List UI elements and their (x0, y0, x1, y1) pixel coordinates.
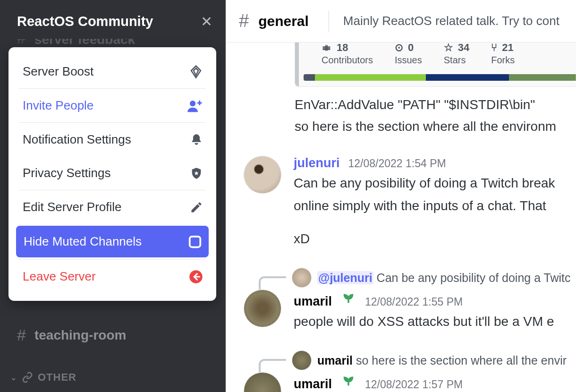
repo-embed[interactable]: ⩨18 Contributors ⊙0 Issues ☆34 Stars ⑂21… (295, 43, 576, 87)
menu-notification-settings[interactable]: Notification Settings (8, 123, 216, 156)
stat-label: Stars (444, 55, 469, 66)
stat-contributors: ⩨18 Contributors (322, 43, 373, 66)
reply-spine (259, 276, 286, 290)
message-text: xD (294, 229, 576, 249)
menu-label: Notification Settings (23, 132, 131, 147)
menu-edit-server-profile[interactable]: Edit Server Profile (8, 190, 216, 224)
menu-invite-people[interactable]: Invite People (8, 89, 216, 122)
stat-label: Issues (395, 55, 422, 66)
server-name[interactable]: ReactOS Community (17, 14, 153, 29)
divider (329, 11, 329, 32)
stat-label: Contributors (322, 55, 373, 66)
language-bar (304, 74, 576, 81)
svg-rect-1 (190, 236, 201, 247)
server-header: ReactOS Community ✕ (0, 0, 226, 43)
boost-icon (189, 65, 203, 79)
svg-point-0 (190, 101, 195, 106)
message-text: EnVar::AddValue "PATH" "$INSTDIR\bin" (295, 97, 576, 112)
message: julenuri 12/08/2022 1:54 PM Can be any p… (244, 156, 576, 249)
reply-indicator[interactable]: @julenuri Can be any posibility of doing… (259, 268, 576, 288)
message-timestamp: 12/08/2022 1:54 PM (348, 157, 446, 170)
menu-server-boost[interactable]: Server Boost (8, 55, 216, 88)
stat-forks: ⑂21 Forks (491, 43, 515, 66)
message-text: online simply with the inputs of a chat.… (294, 196, 576, 216)
reply-avatar (292, 268, 312, 288)
hash-icon: # (17, 326, 26, 344)
checkbox-icon (188, 235, 202, 249)
hash-icon: # (17, 39, 26, 47)
stat-value: 21 (502, 43, 513, 54)
menu-hide-muted-channels[interactable]: Hide Muted Channels (16, 226, 209, 257)
channel-label: server feedback (34, 39, 135, 47)
avatar[interactable] (244, 156, 281, 194)
reply-preview: umaril so here is the section where all … (317, 354, 567, 367)
people-icon: ⩨ (322, 43, 332, 54)
menu-label: Server Boost (23, 64, 93, 79)
seedling-icon (340, 290, 356, 306)
server-dropdown-menu: Server Boost Invite People Notification … (8, 47, 216, 301)
embed-accent (295, 43, 299, 86)
channel-server-feedback[interactable]: # server feedback (0, 39, 226, 47)
avatar[interactable] (244, 290, 281, 327)
section-label: OTHER (38, 371, 76, 383)
reply-spine (259, 359, 286, 372)
main: # general Mainly ReactOS related talk. T… (226, 0, 576, 392)
menu-label: Edit Server Profile (23, 200, 122, 214)
hash-icon: # (239, 11, 249, 31)
menu-label: Privacy Settings (23, 166, 110, 180)
stat-value: 0 (408, 43, 414, 54)
stat-stars: ☆34 Stars (444, 43, 469, 66)
channel-teaching-room[interactable]: # teaching-room (0, 326, 226, 344)
message-author[interactable]: umaril (294, 377, 332, 392)
repo-stats: ⩨18 Contributors ⊙0 Issues ☆34 Stars ⑂21… (295, 43, 576, 74)
bell-icon (190, 133, 203, 147)
mention[interactable]: @julenuri (317, 271, 373, 284)
message-timestamp: 12/08/2022 1:55 PM (365, 296, 463, 308)
close-icon[interactable]: ✕ (201, 13, 212, 30)
stat-label: Forks (491, 55, 515, 66)
channel-header: # general Mainly ReactOS related talk. T… (226, 0, 576, 43)
menu-label: Leave Server (23, 269, 96, 284)
star-icon: ☆ (444, 43, 453, 54)
menu-label: Invite People (23, 98, 93, 113)
stat-value: 18 (337, 43, 348, 54)
leave-arrow-icon (189, 270, 203, 284)
stat-value: 34 (458, 43, 469, 54)
message-author[interactable]: julenuri (294, 156, 340, 170)
channel-name[interactable]: general (258, 13, 309, 29)
message-text: Can be any posibility of doing a Twitch … (294, 173, 576, 193)
reply-avatar (292, 350, 312, 370)
reply-preview: @julenuri Can be any posibility of doing… (317, 271, 571, 285)
message-author[interactable]: umaril (294, 294, 332, 309)
message-list[interactable]: ⩨18 Contributors ⊙0 Issues ☆34 Stars ⑂21… (226, 43, 576, 392)
chevron-down-icon: ⌄ (10, 373, 17, 382)
menu-leave-server[interactable]: Leave Server (8, 260, 216, 293)
avatar[interactable] (244, 372, 281, 392)
sidebar: ReactOS Community ✕ # server feedback Se… (0, 0, 226, 392)
menu-label: Hide Muted Channels (24, 234, 142, 249)
issue-icon: ⊙ (395, 43, 403, 54)
message: umaril 12/08/2022 1:57 PM (244, 372, 576, 392)
section-other[interactable]: ⌄ OTHER (0, 371, 226, 383)
message-text: people will do XSS attacks but it'll be … (294, 312, 576, 332)
stat-issues: ⊙0 Issues (395, 43, 422, 66)
shield-icon (190, 166, 203, 180)
menu-privacy-settings[interactable]: Privacy Settings (8, 156, 216, 190)
message-text: so here is the section where all the env… (295, 119, 576, 134)
fork-icon: ⑂ (491, 43, 497, 54)
reply-indicator[interactable]: umaril so here is the section where all … (259, 350, 576, 370)
message: umaril 12/08/2022 1:55 PM people will do… (244, 290, 576, 332)
channel-label: teaching-room (34, 328, 126, 343)
link-icon (22, 372, 33, 383)
channel-topic[interactable]: Mainly ReactOS related talk. Try to cont (343, 14, 559, 28)
invite-person-icon (187, 99, 203, 113)
message-timestamp: 12/08/2022 1:57 PM (365, 378, 463, 391)
pencil-icon (190, 201, 203, 214)
seedling-icon (340, 372, 356, 388)
